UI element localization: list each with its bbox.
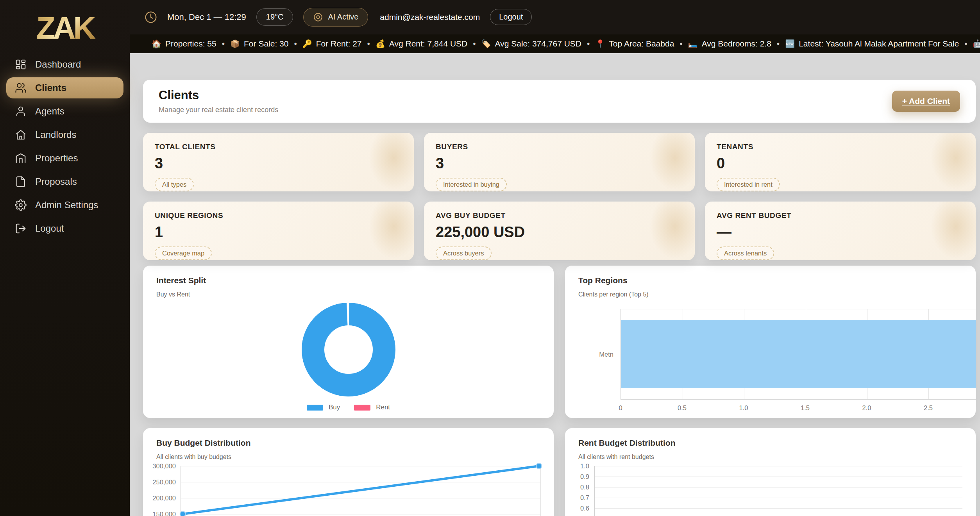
stat-badge: Across buyers — [436, 246, 492, 260]
sidebar-nav: Dashboard Clients Agents Landlords Prope… — [0, 54, 130, 239]
stat-badge: Coverage map — [155, 246, 212, 260]
stat-card: AVG BUY BUDGET 225,000 USD Across buyers — [424, 202, 695, 260]
stat-card: TOTAL CLIENTS 3 All types — [143, 133, 414, 191]
sidebar-item[interactable]: Properties — [6, 148, 123, 169]
sidebar-item-label: Dashboard — [35, 59, 81, 70]
ticker-emoji-icon: 📦 — [230, 39, 240, 48]
y-axis-tick-label: 200,000 — [152, 495, 176, 502]
x-axis-ticks: 00.51.01.52.02.53.0 — [621, 404, 976, 416]
stat-card: BUYERS 3 Interested in buying — [424, 133, 695, 191]
chart-title: Top Regions — [578, 276, 962, 285]
building-icon — [15, 152, 27, 164]
line-chart: 300,000250,000200,000150,000 — [156, 466, 540, 516]
sidebar-item-label: Properties — [35, 153, 78, 164]
page-title: Clients — [159, 88, 278, 102]
gridline — [595, 508, 962, 509]
stat-label: UNIQUE REGIONS — [155, 211, 402, 220]
sidebar-item-label: Clients — [35, 82, 66, 93]
sidebar-item[interactable]: Agents — [6, 101, 123, 122]
y-axis-tick-label: 250,000 — [152, 479, 176, 486]
ticker-item-text: For Sale: 30 — [244, 39, 288, 48]
stat-card: UNIQUE REGIONS 1 Coverage map — [143, 202, 414, 260]
legend-swatch — [307, 405, 323, 411]
stat-value: — — [717, 224, 964, 241]
y-axis-tick-label: 0.9 — [580, 473, 589, 480]
y-category-label: Metn — [599, 350, 613, 358]
line-plot-area: 300,000250,000200,000150,000 — [181, 466, 540, 516]
donut-legend: BuyRent — [156, 404, 540, 411]
target-icon — [313, 12, 323, 22]
stat-value: 3 — [155, 155, 402, 172]
x-axis-tick-label: 1.0 — [739, 404, 748, 412]
bar-region — [621, 320, 976, 388]
gridline — [595, 498, 962, 498]
sidebar-item[interactable]: Landlords — [6, 124, 123, 145]
bar-plot-area: Metn — [621, 309, 976, 400]
ticker-emoji-icon: 🏠 — [152, 39, 161, 48]
ticker-item: 📍 Top Area: Baabda • — [595, 39, 688, 48]
sidebar-item[interactable]: Proposals — [6, 171, 123, 192]
ticker-separator: • — [680, 39, 682, 48]
ticker-separator: • — [777, 39, 780, 48]
charts-row-bottom: Buy Budget Distribution All clients with… — [143, 428, 976, 516]
ticker-separator: • — [367, 39, 370, 48]
gridline — [595, 487, 962, 487]
ticker-item-text: Latest: Yasouh Al Malak Apartment For Sa… — [799, 39, 959, 48]
ticker-emoji-icon: 🤖 — [973, 39, 980, 48]
user-icon — [15, 105, 27, 117]
buy-budget-card: Buy Budget Distribution All clients with… — [143, 428, 554, 516]
ticker-item-text: Avg Bedrooms: 2.8 — [702, 39, 771, 48]
logout-icon — [15, 223, 27, 234]
ticker-separator: • — [473, 39, 476, 48]
rent-budget-card: Rent Budget Distribution All clients wit… — [565, 428, 976, 516]
file-icon — [15, 176, 27, 187]
temperature-pill: 19°C — [256, 8, 293, 26]
y-axis-tick-label: 0.6 — [580, 505, 589, 512]
sidebar-item-label: Logout — [35, 223, 64, 234]
gridline — [595, 466, 962, 466]
line-plot-area: 1.00.90.80.70.60.5 — [594, 466, 962, 516]
ticker-item-text: For Rent: 27 — [316, 39, 362, 48]
stat-label: TENANTS — [717, 143, 964, 151]
ticker-item-text: Avg Sale: 374,767 USD — [495, 39, 581, 48]
stat-label: TOTAL CLIENTS — [155, 143, 402, 151]
stats-ticker: 🏠 Properties: 55 • 📦 For Sale: 30 • 🔑 Fo… — [130, 34, 980, 53]
brand-logo: ZAK — [0, 11, 130, 45]
donut-chart — [156, 300, 540, 399]
ai-status-pill[interactable]: AI Active — [303, 8, 368, 27]
stat-card: AVG RENT BUDGET — Across tenants — [705, 202, 976, 260]
x-axis-tick-label: 2.5 — [924, 404, 933, 412]
ticker-separator: • — [294, 39, 297, 48]
x-axis-tick-label: 0 — [619, 404, 622, 412]
chart-title: Rent Budget Distribution — [578, 438, 962, 448]
ticker-emoji-icon: 📍 — [595, 39, 605, 48]
line-chart: 1.00.90.80.70.60.5 — [578, 466, 962, 516]
stat-card: TENANTS 0 Interested in rent — [705, 133, 976, 191]
top-regions-card: Top Regions Clients per region (Top 5) M… — [565, 266, 976, 418]
y-axis-tick-label: 0.8 — [580, 484, 589, 491]
sidebar-item[interactable]: Admin Settings — [6, 195, 123, 216]
y-axis-tick-label: 150,000 — [152, 511, 176, 516]
ticker-emoji-icon: 🛏️ — [688, 39, 698, 48]
sidebar-item[interactable]: Dashboard — [6, 54, 123, 75]
ticker-emoji-icon: 🏷️ — [481, 39, 491, 48]
topbar-logout-button[interactable]: Logout — [490, 9, 532, 25]
ticker-item: 🔑 For Rent: 27 • — [302, 39, 376, 48]
stat-badge: Across tenants — [717, 246, 774, 260]
ticker-emoji-icon: 💰 — [376, 39, 385, 48]
ticker-item: 🛏️ Avg Bedrooms: 2.8 • — [688, 39, 785, 48]
legend-label: Buy — [329, 404, 340, 411]
chart-title: Buy Budget Distribution — [156, 438, 540, 448]
chart-subtitle: All clients with buy budgets — [156, 454, 540, 461]
ticker-item-text: Properties: 55 — [165, 39, 216, 48]
stat-value: 1 — [155, 224, 402, 241]
add-client-button[interactable]: + Add Client — [892, 91, 960, 112]
stats-grid: TOTAL CLIENTS 3 All types BUYERS 3 Inter… — [143, 133, 976, 260]
sidebar-item-label: Proposals — [35, 176, 77, 187]
ticker-item: 💰 Avg Rent: 7,844 USD • — [376, 39, 481, 48]
sidebar-item[interactable]: Clients — [6, 77, 123, 98]
sidebar-item[interactable]: Logout — [6, 218, 123, 239]
x-axis-tick-label: 2.0 — [862, 404, 871, 412]
chart-subtitle: Buy vs Rent — [156, 291, 540, 298]
ticker-item: 📦 For Sale: 30 • — [230, 39, 302, 48]
